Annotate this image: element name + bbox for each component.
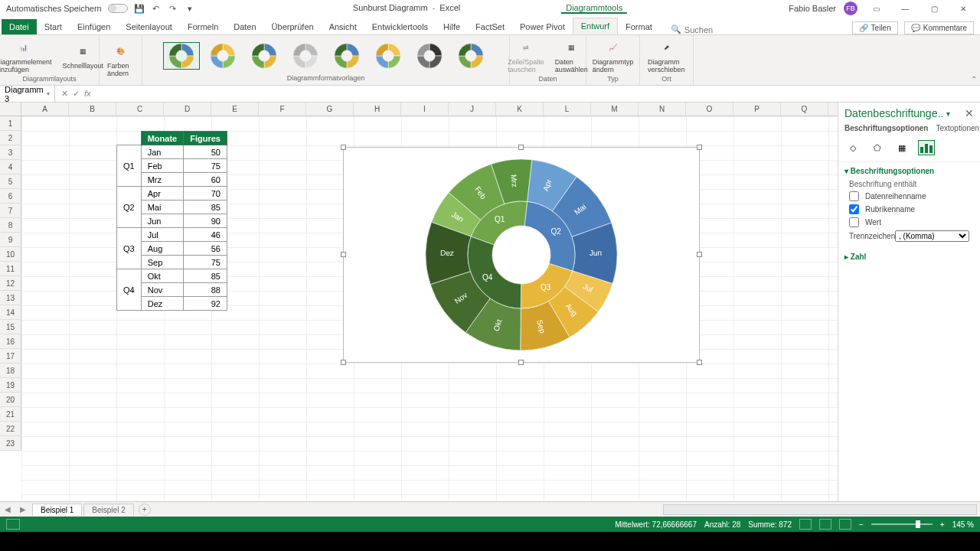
row-header[interactable]: 4 [0, 160, 21, 174]
sheet-tab-2[interactable]: Beispiel 2 [83, 504, 133, 516]
chart-style-6[interactable] [370, 42, 407, 70]
collapse-ribbon-icon[interactable]: ⌃ [971, 75, 977, 83]
tab-einfügen[interactable]: Einfügen [70, 19, 118, 34]
col-header[interactable]: K [496, 103, 544, 116]
col-header[interactable]: E [211, 103, 259, 116]
col-header[interactable]: F [259, 103, 306, 116]
change-chart-type-button[interactable]: 📈Diagrammtyp ändern [590, 37, 637, 75]
cancel-formula-icon[interactable]: ✕ [61, 89, 68, 99]
redo-icon[interactable]: ↷ [168, 3, 178, 14]
tab-ansicht[interactable]: Ansicht [322, 19, 364, 34]
zoom-slider[interactable] [871, 523, 933, 525]
separator-select[interactable]: , (Komma) [895, 230, 969, 242]
qat-dropdown-icon[interactable]: ▾ [185, 3, 195, 14]
change-colors-button[interactable]: 🎨Farben ändern [104, 41, 137, 79]
chart-style-1[interactable] [163, 42, 200, 70]
row-header[interactable]: 21 [0, 407, 21, 422]
row-header[interactable]: 20 [0, 393, 21, 407]
chart-style-8[interactable] [452, 42, 489, 70]
row-header[interactable]: 2 [0, 131, 21, 145]
col-header[interactable]: G [306, 103, 354, 116]
add-chart-element-button[interactable]: 📊Diagrammelement hinzufügen [0, 37, 55, 75]
resize-handle[interactable] [697, 360, 702, 365]
avatar[interactable]: FB [844, 2, 858, 15]
confirm-formula-icon[interactable]: ✓ [73, 89, 80, 99]
resize-handle[interactable] [518, 145, 524, 150]
chart-style-4[interactable] [287, 42, 324, 70]
row-header[interactable]: 15 [0, 320, 21, 334]
col-header[interactable]: D [164, 103, 211, 116]
pane-close-icon[interactable]: ✕ [965, 107, 974, 119]
sheet-tab-1[interactable]: Beispiel 1 [32, 504, 82, 516]
col-header[interactable]: J [449, 103, 496, 116]
col-header[interactable]: N [639, 103, 686, 116]
view-pagelayout-icon[interactable] [819, 519, 831, 530]
row-header[interactable]: 5 [0, 174, 21, 189]
chart-style-7[interactable] [411, 42, 448, 70]
resize-handle[interactable] [518, 360, 524, 365]
comments-button[interactable]: 💬Kommentare [904, 21, 974, 34]
view-pagebreak-icon[interactable] [839, 519, 851, 530]
col-header[interactable]: A [21, 103, 69, 116]
resize-handle[interactable] [341, 252, 346, 257]
resize-handle[interactable] [341, 145, 346, 150]
switch-row-col-button[interactable]: ⇄Zeile/Spalte tauschen [505, 37, 547, 75]
select-data-button[interactable]: ▦Daten auswählen [552, 37, 591, 75]
section-number[interactable]: Zahl [844, 253, 974, 261]
size-props-icon[interactable]: ▦ [893, 140, 910, 155]
resize-handle[interactable] [697, 145, 702, 150]
row-header[interactable]: 9 [0, 233, 21, 247]
autosave-toggle[interactable] [108, 4, 128, 13]
col-header[interactable]: P [733, 103, 781, 116]
row-header[interactable]: 23 [0, 436, 21, 451]
row-header[interactable]: 19 [0, 378, 21, 393]
undo-icon[interactable]: ↶ [151, 3, 162, 14]
tab-entwurf[interactable]: Entwurf [573, 18, 618, 34]
pane-subtab-options[interactable]: Beschriftungsoptionen [844, 124, 928, 132]
tab-factset[interactable]: FactSet [468, 19, 512, 34]
row-header[interactable]: 22 [0, 422, 21, 436]
row-header[interactable]: 10 [0, 247, 21, 262]
pane-subtab-text[interactable]: Textoptionen [936, 124, 979, 132]
tab-seitenlayout[interactable]: Seitenlayout [118, 19, 180, 34]
fx-icon[interactable]: fx [84, 89, 91, 99]
zoom-in-icon[interactable]: + [940, 520, 945, 529]
row-header[interactable]: 7 [0, 204, 21, 218]
sunburst-chart[interactable]: JanFebMrzAprMaiJunJulAugSepOktNovDezQ1Q2… [422, 155, 621, 354]
ribbon-mode-icon[interactable]: ▭ [865, 2, 887, 15]
tab-format[interactable]: Format [618, 19, 660, 34]
label-options-icon[interactable] [918, 140, 935, 155]
row-header[interactable]: 3 [0, 145, 21, 160]
col-header[interactable]: O [686, 103, 733, 116]
tab-power pivot[interactable]: Power Pivot [512, 19, 573, 34]
effects-icon[interactable]: ⬠ [869, 140, 886, 155]
row-header[interactable]: 13 [0, 291, 21, 305]
horizontal-scrollbar[interactable] [663, 504, 977, 515]
col-header[interactable]: M [591, 103, 639, 116]
tab-datei[interactable]: Datei [2, 19, 37, 34]
resize-handle[interactable] [697, 252, 702, 257]
add-sheet-button[interactable]: + [139, 504, 151, 516]
fill-line-icon[interactable]: ◇ [844, 140, 861, 155]
row-header[interactable]: 6 [0, 189, 21, 204]
tab-formeln[interactable]: Formeln [180, 19, 226, 34]
chart-style-2[interactable] [204, 42, 241, 70]
col-header[interactable]: B [69, 103, 116, 116]
macro-record-icon[interactable] [6, 519, 20, 530]
select-all-corner[interactable] [0, 103, 21, 116]
checkbox-value[interactable] [849, 217, 859, 227]
row-header[interactable]: 8 [0, 218, 21, 233]
chart-object[interactable]: JanFebMrzAprMaiJunJulAugSepOktNovDezQ1Q2… [343, 147, 700, 363]
close-icon[interactable]: ✕ [952, 2, 974, 15]
tell-me-search[interactable]: 🔍Suchen [671, 24, 713, 34]
row-header[interactable]: 16 [0, 334, 21, 349]
tab-überprüfen[interactable]: Überprüfen [264, 19, 322, 34]
checkbox-category-name[interactable] [849, 204, 859, 214]
sheet-nav-prev-icon[interactable]: ◀ [0, 505, 15, 514]
pane-options-icon[interactable]: ▾ [946, 109, 950, 118]
sheet-nav-next-icon[interactable]: ▶ [15, 505, 31, 514]
zoom-level[interactable]: 145 % [952, 520, 974, 529]
move-chart-button[interactable]: ⬈Diagramm verschieben [645, 37, 688, 75]
minimize-icon[interactable]: — [894, 2, 916, 15]
tab-hilfe[interactable]: Hilfe [436, 19, 468, 34]
